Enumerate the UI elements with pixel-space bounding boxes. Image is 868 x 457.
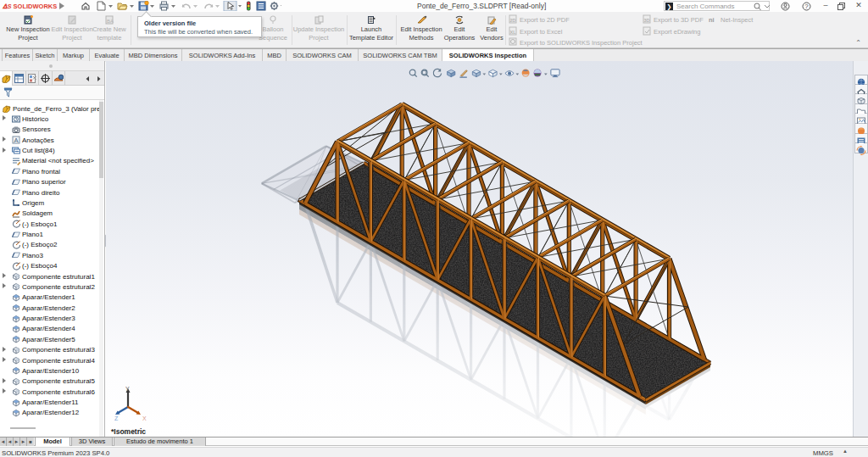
svg-text:Z: Z (114, 415, 119, 421)
svg-text:3D: 3D (644, 18, 650, 23)
svg-text:?: ? (804, 3, 809, 10)
svg-text:BA: BA (107, 19, 114, 24)
svg-text:XL: XL (510, 30, 517, 35)
svg-text:A: A (14, 137, 19, 144)
svg-text:2D: 2D (510, 18, 516, 23)
svg-text:Y: Y (125, 386, 130, 392)
svg-text:X: X (142, 415, 147, 421)
